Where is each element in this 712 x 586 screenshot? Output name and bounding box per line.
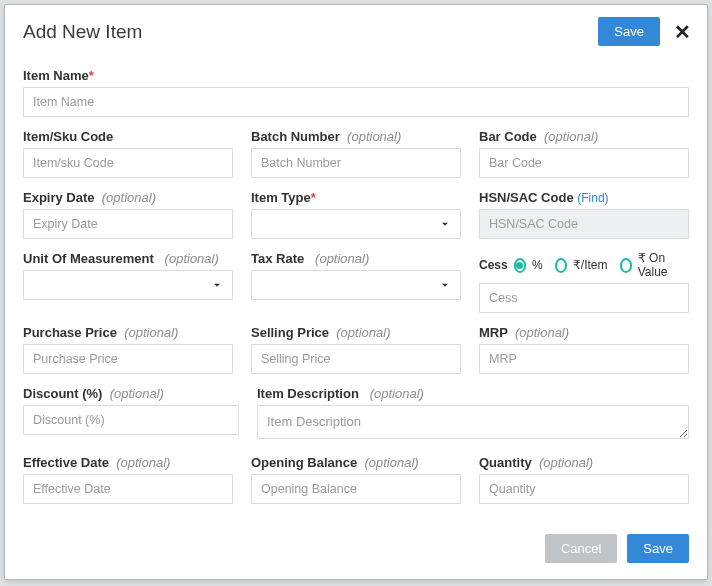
desc-label: Item Description (optional)	[257, 386, 689, 401]
find-link[interactable]: (Find)	[577, 191, 608, 205]
qty-label: Quantity (optional)	[479, 455, 689, 470]
desc-textarea[interactable]	[257, 405, 689, 439]
open-bal-input[interactable]	[251, 474, 461, 504]
dialog-header: Add New Item Save ✕	[5, 5, 707, 52]
sku-input[interactable]	[23, 148, 233, 178]
discount-input[interactable]	[23, 405, 239, 435]
tax-select[interactable]	[251, 270, 461, 300]
save-button[interactable]: Save	[627, 534, 689, 563]
mrp-label: MRP (optional)	[479, 325, 689, 340]
barcode-label: Bar Code (optional)	[479, 129, 689, 144]
barcode-input[interactable]	[479, 148, 689, 178]
dialog-add-new-item: { "header": { "title": "Add New Item", "…	[4, 4, 708, 580]
batch-input[interactable]	[251, 148, 461, 178]
purchase-input[interactable]	[23, 344, 233, 374]
cancel-button[interactable]: Cancel	[545, 534, 617, 563]
cess-radio-per-item[interactable]	[555, 258, 567, 273]
discount-label: Discount (%) (optional)	[23, 386, 239, 401]
cess-radio-on-value[interactable]	[620, 258, 632, 273]
form-body: Item Name* Item/Sku Code Batch Number (o…	[5, 52, 707, 512]
qty-input[interactable]	[479, 474, 689, 504]
dialog-title: Add New Item	[23, 21, 142, 43]
cess-radio-pct[interactable]	[514, 258, 526, 273]
item-type-label: Item Type*	[251, 190, 461, 205]
batch-label: Batch Number (optional)	[251, 129, 461, 144]
hsn-label: HSN/SAC Code (Find)	[479, 190, 689, 205]
item-type-select[interactable]	[251, 209, 461, 239]
save-button-header[interactable]: Save	[598, 17, 660, 46]
cess-input[interactable]	[479, 283, 689, 313]
eff-date-input[interactable]	[23, 474, 233, 504]
tax-label: Tax Rate (optional)	[251, 251, 461, 266]
cess-radio-group: Cess % ₹/Item ₹ On Value	[479, 251, 689, 279]
expiry-input[interactable]	[23, 209, 233, 239]
item-name-label: Item Name*	[23, 68, 689, 83]
purchase-label: Purchase Price (optional)	[23, 325, 233, 340]
sku-label: Item/Sku Code	[23, 129, 233, 144]
close-icon[interactable]: ✕	[674, 22, 691, 42]
selling-label: Selling Price (optional)	[251, 325, 461, 340]
uom-select[interactable]	[23, 270, 233, 300]
expiry-label: Expiry Date (optional)	[23, 190, 233, 205]
dialog-footer: Cancel Save	[5, 522, 707, 579]
eff-date-label: Effective Date (optional)	[23, 455, 233, 470]
selling-input[interactable]	[251, 344, 461, 374]
hsn-input[interactable]	[479, 209, 689, 239]
open-bal-label: Opening Balance (optional)	[251, 455, 461, 470]
item-name-input[interactable]	[23, 87, 689, 117]
uom-label: Unit Of Measurement (optional)	[23, 251, 233, 266]
mrp-input[interactable]	[479, 344, 689, 374]
